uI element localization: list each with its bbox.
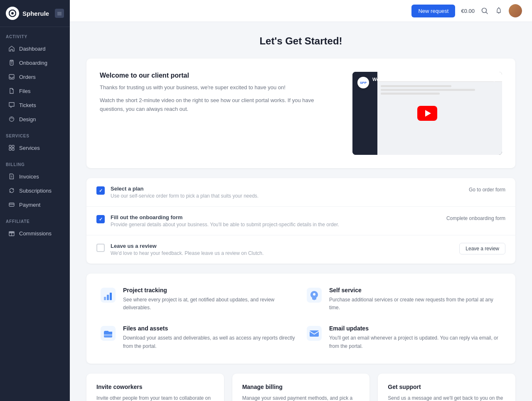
sidebar-item-tickets[interactable]: Tickets [2,98,67,112]
email-updates-icon [306,325,323,342]
files-assets-icon [100,325,116,342]
bottom-card-invite: Invite coworkers Invite other people fro… [86,374,224,401]
welcome-heading: Welcome to our client portal [100,72,339,79]
features-grid: Project tracking See where every project… [100,287,502,350]
svg-rect-2 [57,12,62,13]
feature-text-files-assets: Files and assets Download your assets an… [123,325,296,350]
bottom-cards-grid: Invite coworkers Invite other people fro… [86,374,515,401]
balance-display: €0.00 [461,8,475,14]
video-thumbnail[interactable]: SPP Welcome To Your Client Portal ⋮ [352,72,502,155]
new-request-button[interactable]: New request [411,5,455,17]
feature-desc-self-service: Purchase additional services or create n… [329,296,502,312]
svg-rect-28 [104,297,106,300]
sidebar-item-invoices[interactable]: Invoices [2,170,67,183]
sidebar-item-files[interactable]: Files [2,84,67,98]
feature-self-service: Self service Purchase additional service… [306,287,502,312]
checklist-action-select-plan: Go to order form [469,186,505,193]
services-section-label: Services [0,126,70,141]
svg-rect-35 [310,330,319,337]
feature-title-self-service: Self service [329,287,502,293]
invite-card-title: Invite coworkers [96,384,214,390]
sidebar-item-design[interactable]: Design [2,112,67,126]
svg-rect-5 [10,60,13,65]
app-name: Spherule [22,10,49,17]
activity-section-label: Activity [0,27,70,42]
checklist-desc-review: We'd love to hear your feedback. Please … [111,250,453,256]
sidebar-item-payment[interactable]: Payment [2,198,67,211]
affiliate-section-label: Affiliate [0,212,70,226]
refresh-icon [8,187,15,194]
billing-section-label: Billing [0,155,70,169]
checkbox-select-plan[interactable]: ✓ [96,186,105,195]
notifications-icon[interactable] [495,7,503,15]
sidebar-item-services[interactable]: Services [2,141,67,154]
svg-rect-30 [110,293,112,300]
feature-text-project-tracking: Project tracking See where every project… [123,287,296,312]
feature-text-self-service: Self service Purchase additional service… [329,287,502,312]
welcome-para1: Thanks for trusting us with your busines… [100,83,339,92]
self-service-icon [306,287,323,303]
play-button[interactable] [417,106,437,121]
project-tracking-icon [100,287,116,303]
go-to-order-form-link[interactable]: Go to order form [469,187,505,193]
check-mark-icon-2: ✓ [99,217,103,222]
svg-point-32 [313,293,315,296]
check-mark-icon: ✓ [99,188,103,193]
clip-icon [8,59,15,66]
avatar[interactable] [509,4,522,17]
svg-rect-16 [12,148,14,150]
sidebar-item-dashboard[interactable]: Dashboard [2,42,67,55]
svg-rect-14 [12,145,14,147]
sidebar-item-commissions[interactable]: Commissions [2,227,67,240]
checkbox-review[interactable] [96,244,105,252]
svg-point-11 [11,117,12,118]
welcome-card: Welcome to our client portal Thanks for … [86,59,515,168]
features-card: Project tracking See where every project… [86,274,515,364]
svg-point-1 [11,12,14,15]
complete-onboarding-link[interactable]: Complete onboarding form [446,215,505,221]
support-card-desc: Send us a message and we'll get back to … [388,394,505,401]
search-icon[interactable] [480,7,489,15]
sidebar-item-subscriptions[interactable]: Subscriptions [2,184,67,197]
svg-rect-3 [57,13,62,14]
welcome-text-area: Welcome to our client portal Thanks for … [100,72,339,155]
feature-desc-files-assets: Download your assets and deliverables, a… [123,334,296,350]
bottom-card-support: Get support Send us a message and we'll … [378,374,515,401]
svg-rect-15 [9,148,11,150]
grid-icon [8,144,15,151]
logo-area: Spherule [0,0,70,27]
video-more-icon[interactable]: ⋮ [491,76,497,83]
checklist-action-onboarding: Complete onboarding form [446,214,505,222]
feature-title-project-tracking: Project tracking [123,287,296,293]
svg-point-10 [10,118,11,119]
checkbox-onboarding[interactable]: ✓ [96,215,105,223]
gift-icon [8,230,15,237]
checklist-content-select-plan: Select a plan Use our self-service order… [111,186,463,199]
welcome-para2: Watch the short 2-minute video on the ri… [100,96,339,114]
play-triangle-icon [425,110,431,117]
video-content-mock [377,72,502,155]
logo-badge[interactable] [55,9,64,18]
sidebar-item-orders[interactable]: Orders [2,70,67,83]
card-icon [8,201,15,208]
document-icon [8,173,15,180]
sidebar-item-onboarding[interactable]: Onboarding [2,56,67,69]
bottom-card-billing: Manage billing Manage your saved payment… [232,374,370,401]
checklist-item-select-plan: ✓ Select a plan Use our self-service ord… [86,178,515,207]
main-area: New request €0.00 Let's Get Started! Wel… [70,0,532,401]
checklist-content-onboarding: Fill out the onboarding form Provide gen… [111,214,441,227]
palette-icon [8,116,15,122]
checklist-title-onboarding: Fill out the onboarding form [111,214,441,220]
logo-icon [6,7,19,20]
svg-rect-4 [57,15,62,15]
spp-badge: SPP [357,77,369,88]
feature-title-files-assets: Files and assets [123,325,296,332]
support-card-title: Get support [388,384,505,390]
checklist-title-select-plan: Select a plan [111,186,463,192]
svg-rect-29 [107,295,109,300]
checklist-desc-onboarding: Provide general details about your busin… [111,222,441,227]
feature-text-email-updates: Email updates You'll get an email whenev… [329,325,502,350]
leave-review-button[interactable]: Leave a review [459,243,505,254]
video-title: Welcome To Your Client Portal [372,77,438,82]
page-title: Let's Get Started! [86,35,515,47]
